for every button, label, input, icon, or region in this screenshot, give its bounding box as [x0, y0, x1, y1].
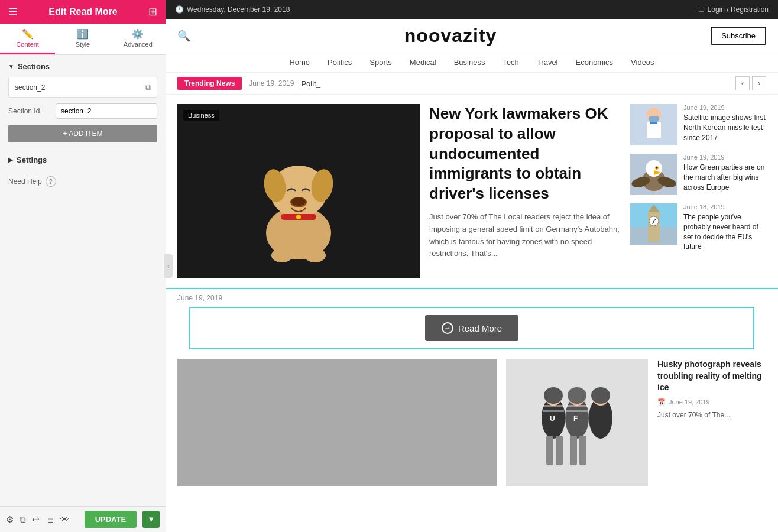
nav-medical[interactable]: Medical [410, 58, 436, 67]
side-article-3-date: June 18, 2019 [683, 203, 766, 210]
svg-rect-47 [556, 436, 563, 465]
desktop-icon[interactable]: 🖥 [46, 514, 54, 524]
calendar-icon: 📅 [657, 398, 666, 406]
side-article-3-title: The people you've probably never heard o… [683, 212, 766, 252]
side-article-2-date: June 19, 2019 [683, 154, 766, 161]
side-article-1: June 19, 2019 Satellite image shows firs… [630, 104, 766, 145]
svg-rect-45 [566, 410, 588, 412]
svg-rect-14 [650, 122, 657, 124]
bottom-article-title: Husky photograph reveals troubling reali… [657, 359, 766, 394]
gear-icon: ⚙️ [132, 28, 144, 40]
side-article-1-title: Satellite image shows first North Korean… [683, 113, 766, 142]
search-icon[interactable]: 🔍 [177, 30, 190, 43]
svg-point-52 [591, 387, 610, 404]
login-item[interactable]: ☐ Login / Registration [698, 5, 769, 14]
bottom-article-date: June 19, 2019 [669, 398, 710, 406]
settings-header[interactable]: ▶ Settings [8, 155, 157, 164]
hamburger-icon[interactable]: ☰ [8, 5, 18, 18]
svg-point-9 [271, 248, 293, 262]
nav-home[interactable]: Home [289, 58, 310, 67]
arrow-right-icon: ▶ [8, 157, 13, 163]
top-bar: 🕐 Wednesday, December 19, 2018 ☐ Login /… [166, 0, 778, 19]
nav-politics[interactable]: Politics [328, 58, 352, 67]
svg-point-10 [304, 248, 326, 262]
subscribe-button[interactable]: Subscribe [711, 27, 766, 45]
update-button[interactable]: UPDATE [85, 511, 137, 528]
side-articles: June 19, 2019 Satellite image shows firs… [630, 104, 766, 278]
tab-advanced-label: Advanced [124, 41, 153, 48]
collapse-handle[interactable]: ‹ [164, 254, 173, 278]
need-help-label: Need Help [8, 177, 42, 186]
site-header: 🔍 noovazity Subscribe [166, 19, 778, 53]
section-id-label: Section Id [8, 107, 56, 115]
monitor-icon: ☐ [698, 5, 705, 14]
trending-bar: Trending News June 19, 2019 Polit_ ‹ › [166, 73, 778, 95]
side-article-1-info: June 19, 2019 Satellite image shows firs… [683, 104, 766, 145]
eye-icon[interactable]: 👁 [60, 514, 69, 524]
tab-advanced[interactable]: ⚙️ Advanced [111, 24, 166, 54]
update-dropdown-button[interactable]: ▼ [142, 511, 160, 528]
pencil-icon: ✏️ [22, 28, 34, 40]
grid-icon[interactable]: ⊞ [148, 5, 157, 18]
tab-content[interactable]: ✏️ Content [0, 24, 55, 54]
bottom-articles: U F [166, 359, 778, 486]
tab-content-label: Content [16, 41, 39, 48]
main-nav: Home Politics Sports Medical Business Te… [166, 53, 778, 73]
svg-rect-43 [543, 410, 564, 412]
side-article-2-info: June 19, 2019 How Green parties are on t… [683, 154, 766, 195]
svg-point-6 [291, 197, 306, 206]
svg-rect-15 [649, 116, 659, 122]
article-dog-illustration [239, 115, 358, 268]
read-more-button[interactable]: → Read More [425, 315, 518, 341]
section-id-input[interactable] [56, 103, 157, 119]
main-content: 🕐 Wednesday, December 19, 2018 ☐ Login /… [166, 0, 778, 532]
tab-style[interactable]: ℹ️ Style [55, 24, 110, 54]
svg-point-51 [568, 387, 586, 404]
trending-prev-button[interactable]: ‹ [735, 76, 750, 90]
svg-rect-49 [579, 436, 586, 465]
bottom-article-text: Husky photograph reveals troubling reali… [657, 359, 766, 486]
bottom-article-right-image: U F [506, 359, 648, 486]
section-id-row: Section Id [8, 103, 157, 119]
bottom-article-left-image [177, 359, 497, 486]
svg-text:F: F [573, 414, 578, 423]
settings-icon[interactable]: ⚙ [6, 514, 14, 525]
sections-panel: ▼ Sections section_2 ⧉ Section Id + ADD … [0, 55, 166, 150]
settings-section: ▶ Settings [0, 150, 166, 170]
trending-next-button[interactable]: › [752, 76, 766, 90]
need-help[interactable]: Need Help ? [0, 170, 166, 193]
left-panel: ☰ Edit Read More ⊞ ✏️ Content ℹ️ Style ⚙… [0, 0, 166, 532]
nav-tech[interactable]: Tech [503, 58, 518, 67]
sections-header[interactable]: ▼ Sections [8, 62, 157, 71]
left-header: ☰ Edit Read More ⊞ [0, 0, 166, 24]
nav-videos[interactable]: Videos [631, 58, 654, 67]
section-item-box: section_2 ⧉ [8, 77, 157, 98]
date-item: 🕐 Wednesday, December 19, 2018 [175, 5, 290, 14]
clock-icon: 🕐 [175, 5, 184, 14]
trending-date: June 19, 2019 [249, 79, 294, 87]
top-date: Wednesday, December 19, 2018 [187, 5, 290, 14]
panel-title: Edit Read More [48, 7, 117, 17]
nav-economics[interactable]: Economics [576, 58, 614, 67]
add-item-button[interactable]: + ADD ITEM [8, 125, 157, 142]
nav-business[interactable]: Business [454, 58, 485, 67]
nav-travel[interactable]: Travel [537, 58, 558, 67]
layers-icon[interactable]: ⧉ [20, 514, 26, 525]
article-category-tag: Business [183, 110, 219, 121]
svg-rect-46 [546, 436, 553, 465]
svg-rect-48 [570, 436, 577, 465]
trending-text: Polit_ [301, 79, 320, 88]
undo-icon[interactable]: ↩ [32, 514, 40, 525]
tab-bar: ✏️ Content ℹ️ Style ⚙️ Advanced [0, 24, 166, 55]
svg-rect-42 [543, 405, 564, 407]
article-content-main: New York lawmakers OK proposal to allow … [429, 104, 621, 278]
site-logo: noovazity [190, 25, 711, 47]
svg-rect-13 [647, 122, 661, 138]
svg-text:U: U [550, 414, 555, 423]
bottom-toolbar: ⚙ ⧉ ↩ 🖥 👁 UPDATE ▼ [0, 506, 166, 532]
side-article-3-info: June 18, 2019 The people you've probably… [683, 203, 766, 252]
nav-sports[interactable]: Sports [369, 58, 392, 67]
copy-icon[interactable]: ⧉ [145, 82, 151, 92]
article-main-area: Business [166, 95, 778, 289]
settings-label: Settings [17, 155, 47, 164]
